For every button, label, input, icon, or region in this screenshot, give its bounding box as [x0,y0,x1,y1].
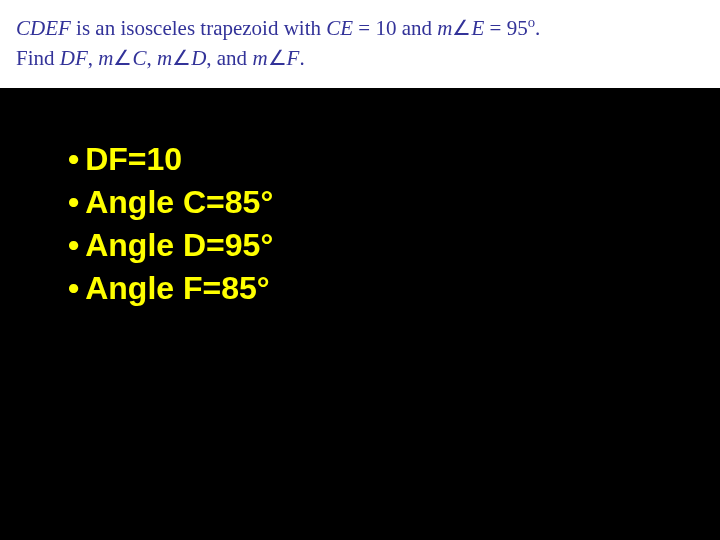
vertex-e: E [471,16,484,40]
answer-text: Angle F=85° [85,267,269,310]
vertex-d: D [191,46,206,70]
angle-symbol: ∠ [172,46,191,70]
comma-and: , and [206,46,252,70]
find-label: Find [16,46,60,70]
answer-text: Angle D=95° [85,224,273,267]
measure-m: m [252,46,267,70]
ce-value: 10 [375,16,401,40]
problem-line-2: Find DF, m∠C, m∠D, and m∠F. [16,43,704,73]
period: . [299,46,304,70]
text-and: and [402,16,438,40]
equals: = [484,16,506,40]
segment-df: DF [60,46,88,70]
measure-m: m [157,46,172,70]
text: is an isosceles trapezoid with [71,16,326,40]
comma: , [88,46,99,70]
measure-m: m [437,16,452,40]
bullet-icon: • [68,224,79,267]
problem-line-1: CDEF is an isosceles trapezoid with CE =… [16,12,704,43]
measure-m: m [98,46,113,70]
degree-symbol: o [528,14,535,30]
angle-symbol: ∠ [452,16,471,40]
answer-angle-f: •Angle F=85° [68,267,720,310]
answer-list: •DF=10 •Angle C=85° •Angle D=95° •Angle … [0,88,720,311]
comma: , [146,46,157,70]
bullet-icon: • [68,181,79,224]
answer-angle-c: •Angle C=85° [68,181,720,224]
angle-symbol: ∠ [268,46,287,70]
angle-e-value: 95 [507,16,528,40]
answer-angle-d: •Angle D=95° [68,224,720,267]
equals: = [353,16,375,40]
bullet-icon: • [68,267,79,310]
period: . [535,16,540,40]
problem-statement: CDEF is an isosceles trapezoid with CE =… [0,0,720,88]
vertex-f: F [287,46,300,70]
trapezoid-name: CDEF [16,16,71,40]
bullet-icon: • [68,138,79,181]
segment-ce: CE [326,16,353,40]
angle-symbol: ∠ [113,46,132,70]
answer-text: Angle C=85° [85,181,273,224]
vertex-c: C [132,46,146,70]
answer-df: •DF=10 [68,138,720,181]
answer-text: DF=10 [85,138,182,181]
